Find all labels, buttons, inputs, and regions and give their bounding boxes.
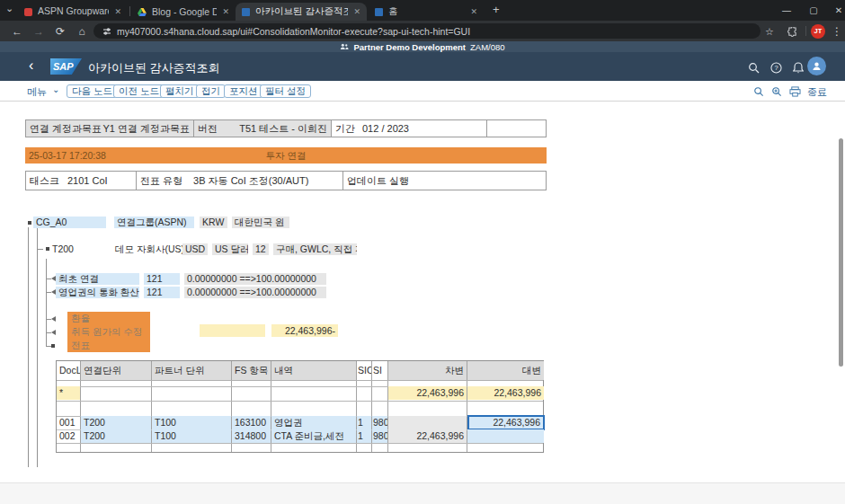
reload-button[interactable]: ⟳: [52, 23, 68, 40]
coa-field[interactable]: 연결 계정과목표 Y1 연결 계정과목표: [26, 120, 194, 137]
page-scrollbar-thumb[interactable]: [839, 138, 843, 367]
task-field[interactable]: 태스크 2101 CoI: [26, 172, 137, 190]
shell-notifications-icon[interactable]: [789, 58, 807, 76]
unit-period-field[interactable]: 12: [253, 243, 269, 255]
row-debit-cell[interactable]: [388, 416, 467, 429]
row-sic-cell[interactable]: 1: [357, 416, 371, 429]
exit-button[interactable]: 종료: [807, 85, 827, 99]
position-button[interactable]: 포지션: [224, 84, 263, 98]
window-maximize-button[interactable]: ▢: [800, 0, 827, 20]
tree-row-label[interactable]: 영업권의 통화 환산: [56, 287, 139, 298]
row-desc-cell[interactable]: 영업권: [271, 416, 356, 429]
doctype-field[interactable]: 전표 유형 3B 자동 CoI 조정(30/AUT): [137, 172, 343, 190]
update-run-field[interactable]: 업데이트 실행: [343, 172, 546, 190]
unit-method-field[interactable]: 구매, GWLC, 직접 지분: [273, 243, 357, 255]
row-unit-cell[interactable]: T200: [81, 429, 151, 443]
row-si-cell[interactable]: 980: [372, 429, 387, 443]
expand-button[interactable]: 펼치기: [160, 84, 200, 98]
column-header[interactable]: 내역: [271, 361, 356, 380]
group-currency-name-field[interactable]: 대한민국 원: [232, 217, 289, 228]
title-chevron-icon[interactable]: ⌄: [200, 60, 208, 72]
shell-search-icon[interactable]: [744, 58, 762, 76]
filter-settings-button[interactable]: 필터 설정: [260, 84, 311, 98]
find-icon[interactable]: [753, 86, 764, 97]
unit-currency-name-field[interactable]: US 달러: [212, 243, 248, 255]
highlight-row[interactable]: 전표: [67, 339, 150, 352]
tree-node-icon[interactable]: [46, 247, 49, 251]
browser-tab[interactable]: 홈 ✕: [369, 3, 484, 21]
tree-row-value[interactable]: 121: [144, 273, 180, 285]
amount-field-empty[interactable]: [200, 324, 265, 337]
total-debit-cell[interactable]: 22,463,996: [388, 386, 467, 400]
row-sic-cell[interactable]: 1: [357, 429, 371, 443]
total-doc-cell[interactable]: *: [57, 386, 80, 400]
menu-chevron-icon[interactable]: ⌄: [52, 84, 59, 94]
highlighted-node-block[interactable]: 환율 취득 원가의 수정 전표: [67, 312, 150, 352]
home-button[interactable]: ⌂: [74, 23, 90, 40]
row-credit-cell[interactable]: [467, 429, 544, 443]
bookmark-star-icon[interactable]: ☆: [761, 23, 778, 40]
tab-close-icon[interactable]: ✕: [470, 7, 477, 16]
row-unit-cell[interactable]: T200: [81, 416, 151, 429]
sap-logo[interactable]: SAP: [50, 58, 82, 75]
address-bar[interactable]: my407000.s4hana.cloud.sap/ui#Consolidati…: [93, 23, 760, 39]
shell-back-button[interactable]: ‹: [29, 57, 33, 74]
row-desc-cell[interactable]: CTA 준비금,세전: [271, 429, 356, 443]
group-currency-field[interactable]: KRW: [200, 217, 227, 228]
row-credit-cell-selected[interactable]: 22,463,996: [467, 415, 545, 430]
new-tab-button[interactable]: +: [493, 3, 500, 16]
tree-row-label[interactable]: 최초 연결: [56, 273, 139, 285]
column-header[interactable]: DocLi: [57, 361, 80, 380]
group-id-field[interactable]: CG_A0: [33, 217, 106, 228]
site-info-icon[interactable]: [102, 27, 111, 36]
tree-row-value[interactable]: 121: [144, 287, 180, 298]
unit-currency-field[interactable]: USD: [182, 243, 208, 255]
tree-row-ratio[interactable]: 0.00000000 ==>100.00000000: [184, 287, 326, 298]
column-header[interactable]: 대변: [467, 361, 544, 380]
highlight-row[interactable]: 취득 원가의 수정: [67, 325, 150, 339]
window-minimize-button[interactable]: —: [773, 0, 800, 20]
amount-field-value[interactable]: 22,463,996-: [271, 324, 338, 337]
forward-button[interactable]: →: [31, 23, 47, 40]
column-header[interactable]: 파트너 단위: [152, 361, 231, 380]
shell-help-icon[interactable]: ?: [767, 58, 785, 76]
profile-avatar[interactable]: JT: [811, 24, 825, 39]
row-si-cell[interactable]: 980: [372, 416, 387, 429]
extensions-icon[interactable]: [784, 23, 800, 40]
total-credit-cell[interactable]: 22,463,996: [467, 386, 544, 400]
browser-tab[interactable]: Blog - Google Drive ✕: [131, 3, 236, 21]
tab-close-icon[interactable]: ✕: [353, 7, 360, 16]
menu-button[interactable]: 메뉴: [27, 85, 47, 99]
version-field[interactable]: 버전 T51 테스트 - 이희진: [194, 120, 332, 137]
column-header[interactable]: 연결단위: [81, 361, 151, 380]
tab-close-icon[interactable]: ✕: [114, 7, 121, 16]
tree-node-icon[interactable]: [51, 344, 55, 348]
window-close-button[interactable]: ✕: [825, 0, 845, 20]
collapse-button[interactable]: 접기: [196, 84, 226, 98]
column-header[interactable]: SI: [372, 361, 387, 380]
period-field[interactable]: 기간 012 / 2023: [332, 120, 487, 137]
highlight-row[interactable]: 환율: [67, 312, 150, 325]
column-header[interactable]: SIC: [357, 361, 371, 380]
tree-arrow-icon[interactable]: [51, 316, 56, 322]
column-header[interactable]: 차변: [388, 361, 467, 380]
row-partner-cell[interactable]: T100: [152, 416, 231, 429]
back-button[interactable]: ←: [9, 23, 25, 40]
next-node-button[interactable]: 다음 노드: [67, 84, 118, 98]
browser-tab-active[interactable]: 아카이브된 감사증적조회 ✕: [236, 3, 367, 21]
tree-row-ratio[interactable]: 0.00000000 ==>100.00000000: [184, 273, 326, 285]
print-icon[interactable]: [789, 86, 801, 97]
browser-menu-button[interactable]: ⋮: [829, 23, 845, 40]
group-name-field[interactable]: 연결그룹(ASPN): [114, 217, 194, 228]
unit-id[interactable]: T200: [52, 243, 74, 255]
row-partner-cell[interactable]: T100: [152, 429, 231, 443]
row-fsitem-cell[interactable]: 163100: [232, 416, 271, 429]
row-debit-cell[interactable]: 22,463,996: [388, 429, 467, 443]
row-doc-cell[interactable]: 002: [57, 429, 80, 443]
browser-tab[interactable]: ASPN Groupware - 메일 ✕: [18, 3, 128, 21]
row-doc-cell[interactable]: 001: [57, 416, 80, 429]
tab-close-icon[interactable]: ✕: [222, 7, 229, 16]
status-bar[interactable]: 25-03-17 17:20:38 투자 연결: [25, 147, 547, 164]
column-header[interactable]: FS 항목: [232, 361, 271, 380]
tree-node-icon[interactable]: [28, 221, 31, 225]
